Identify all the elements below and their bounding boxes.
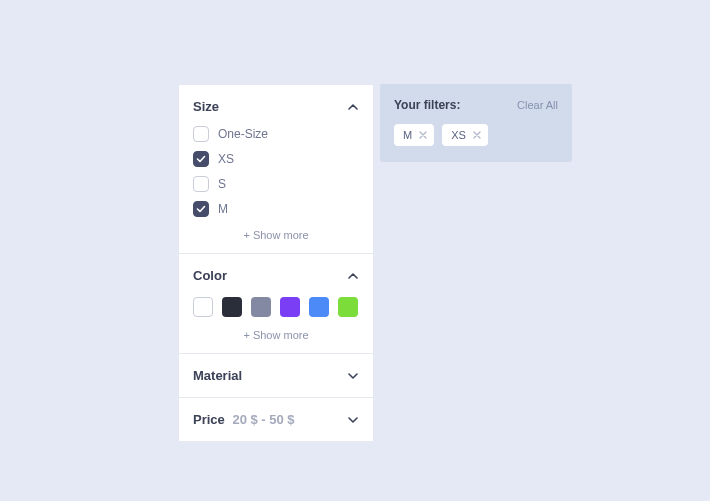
color-show-more[interactable]: + Show more xyxy=(193,329,359,341)
section-color-title: Color xyxy=(193,268,227,283)
section-price-title: Price 20 $ - 50 $ xyxy=(193,412,295,427)
chevron-down-icon xyxy=(347,414,359,426)
section-price-header[interactable]: Price 20 $ - 50 $ xyxy=(193,412,359,427)
section-material: Material xyxy=(179,354,373,398)
section-color-header[interactable]: Color xyxy=(193,268,359,283)
section-size: Size One-Size XS S xyxy=(179,85,373,254)
filter-panel: Size One-Size XS S xyxy=(178,84,374,442)
close-icon[interactable] xyxy=(419,131,427,139)
applied-filters-panel: Your filters: Clear All M XS xyxy=(380,84,572,162)
filter-chip-label: M xyxy=(403,129,412,141)
size-option[interactable]: M xyxy=(193,201,359,217)
section-size-header[interactable]: Size xyxy=(193,99,359,114)
size-option-label: XS xyxy=(218,152,234,166)
size-option-label: M xyxy=(218,202,228,216)
color-swatch[interactable] xyxy=(338,297,358,317)
checkbox-icon xyxy=(193,151,209,167)
size-option-label: S xyxy=(218,177,226,191)
color-swatch[interactable] xyxy=(251,297,271,317)
section-color: Color + Show more xyxy=(179,254,373,354)
filter-chip-label: XS xyxy=(451,129,466,141)
chevron-up-icon xyxy=(347,270,359,282)
section-material-header[interactable]: Material xyxy=(193,368,359,383)
size-option[interactable]: One-Size xyxy=(193,126,359,142)
checkbox-icon xyxy=(193,126,209,142)
applied-filters-title: Your filters: xyxy=(394,98,460,112)
checkbox-icon xyxy=(193,176,209,192)
price-label: Price xyxy=(193,412,225,427)
price-range: 20 $ - 50 $ xyxy=(232,412,294,427)
filter-chip: XS xyxy=(442,124,488,146)
checkbox-icon xyxy=(193,201,209,217)
size-option-list: One-Size XS S M xyxy=(193,126,359,217)
section-size-title: Size xyxy=(193,99,219,114)
color-swatch[interactable] xyxy=(193,297,213,317)
section-price: Price 20 $ - 50 $ xyxy=(179,398,373,441)
applied-chip-row: M XS xyxy=(394,124,558,146)
color-swatch[interactable] xyxy=(280,297,300,317)
close-icon[interactable] xyxy=(473,131,481,139)
clear-all-button[interactable]: Clear All xyxy=(517,99,558,111)
size-option[interactable]: S xyxy=(193,176,359,192)
applied-filters-header: Your filters: Clear All xyxy=(394,98,558,112)
chevron-up-icon xyxy=(347,101,359,113)
color-swatch-row xyxy=(193,297,359,317)
color-swatch[interactable] xyxy=(309,297,329,317)
size-show-more[interactable]: + Show more xyxy=(193,229,359,241)
chevron-down-icon xyxy=(347,370,359,382)
section-material-title: Material xyxy=(193,368,242,383)
filter-chip: M xyxy=(394,124,434,146)
size-option-label: One-Size xyxy=(218,127,268,141)
size-option[interactable]: XS xyxy=(193,151,359,167)
color-swatch[interactable] xyxy=(222,297,242,317)
